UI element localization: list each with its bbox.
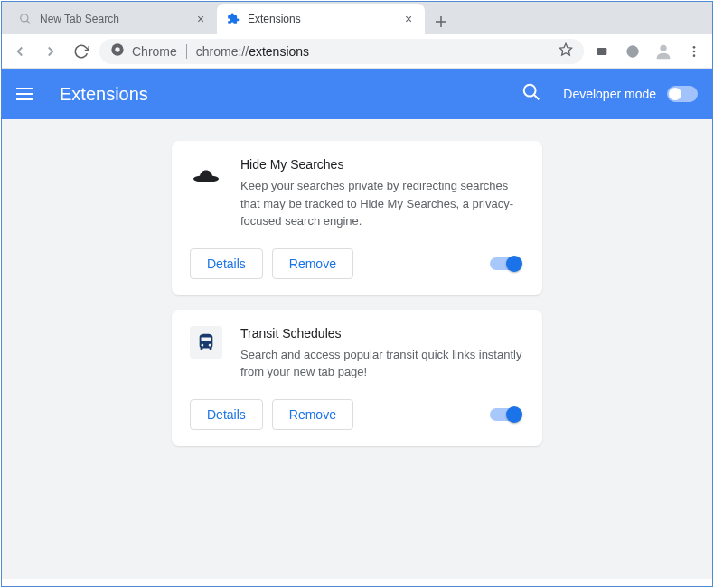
remove-button[interactable]: Remove xyxy=(272,399,353,430)
tab-extensions[interactable]: Extensions × xyxy=(217,4,425,34)
close-icon[interactable]: × xyxy=(401,12,416,26)
forward-button[interactable] xyxy=(38,39,63,64)
svg-line-5 xyxy=(27,21,31,24)
tab-label: Extensions xyxy=(248,13,301,25)
extension-puzzle-icon xyxy=(226,12,240,26)
omnibox-path-prefix: chrome:// xyxy=(196,44,249,59)
extension-name: Transit Schedules xyxy=(240,326,524,341)
new-tab-button[interactable] xyxy=(428,9,454,34)
omnibox-path-suffix: extensions xyxy=(249,44,309,59)
reload-button[interactable] xyxy=(69,39,94,64)
bookmark-star-icon[interactable] xyxy=(559,42,573,60)
svg-point-15 xyxy=(693,54,696,57)
tab-new-tab-search[interactable]: New Tab Search × xyxy=(9,4,217,34)
svg-line-17 xyxy=(534,95,540,100)
svg-rect-11 xyxy=(597,48,607,55)
hat-icon xyxy=(190,157,222,190)
developer-mode-label: Developer mode xyxy=(563,87,656,101)
remove-button[interactable]: Remove xyxy=(272,248,353,279)
svg-marker-10 xyxy=(559,43,571,55)
extension-icon-2[interactable] xyxy=(620,39,645,64)
extensions-list: Hide My Searches Keep your searches priv… xyxy=(2,119,712,579)
profile-avatar[interactable] xyxy=(651,39,676,64)
svg-point-9 xyxy=(115,47,119,51)
divider xyxy=(186,44,187,59)
svg-point-12 xyxy=(660,44,666,51)
back-button[interactable] xyxy=(7,39,33,64)
svg-point-16 xyxy=(524,85,536,97)
menu-button[interactable] xyxy=(681,39,707,64)
extensions-header: Extensions Developer mode xyxy=(2,69,712,119)
search-icon xyxy=(18,12,33,26)
tab-strip: New Tab Search × Extensions × xyxy=(2,2,712,34)
extension-icon-1[interactable] xyxy=(589,39,615,64)
extension-enable-toggle[interactable] xyxy=(490,408,521,421)
extension-enable-toggle[interactable] xyxy=(490,257,521,270)
extension-card: Hide My Searches Keep your searches priv… xyxy=(172,141,542,295)
address-bar[interactable]: Chrome chrome://extensions xyxy=(99,39,584,64)
tab-label: New Tab Search xyxy=(40,13,119,25)
extension-card: Transit Schedules Search and access popu… xyxy=(172,310,542,446)
search-icon[interactable] xyxy=(521,82,541,106)
page-title: Extensions xyxy=(60,84,500,105)
svg-point-4 xyxy=(21,14,28,22)
details-button[interactable]: Details xyxy=(190,248,263,279)
bus-icon xyxy=(190,326,222,359)
omnibox-scheme-label: Chrome xyxy=(132,44,177,59)
svg-point-13 xyxy=(693,46,696,49)
hamburger-menu-button[interactable] xyxy=(16,83,38,105)
close-icon[interactable]: × xyxy=(193,12,208,26)
extension-description: Search and access popular transit quick … xyxy=(240,346,524,381)
svg-point-14 xyxy=(693,50,696,52)
developer-mode-toggle[interactable] xyxy=(667,86,698,102)
extension-description: Keep your searches private by redirectin… xyxy=(240,177,524,230)
chrome-scheme-icon xyxy=(110,42,125,60)
extension-name: Hide My Searches xyxy=(240,157,524,172)
details-button[interactable]: Details xyxy=(190,399,263,430)
browser-toolbar: Chrome chrome://extensions xyxy=(2,34,712,69)
